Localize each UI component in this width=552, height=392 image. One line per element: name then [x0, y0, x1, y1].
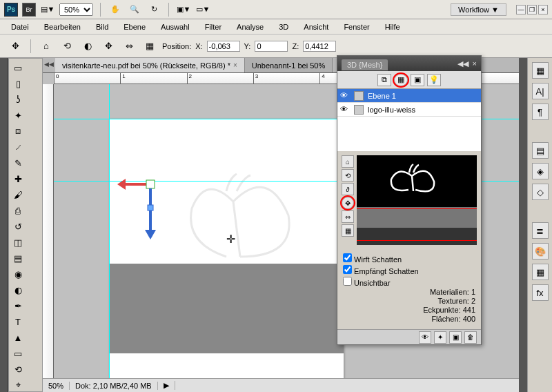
- visibility-icon[interactable]: 👁: [340, 105, 350, 115]
- gradient-tool[interactable]: ▤: [10, 251, 26, 266]
- status-zoom[interactable]: 50%: [43, 382, 70, 390]
- tool-preset-icon[interactable]: ✥: [7, 38, 23, 55]
- zoom-icon[interactable]: 🔍: [127, 2, 142, 17]
- 3d-panel-tab[interactable]: 3D {Mesh}: [342, 59, 388, 70]
- stamp-tool[interactable]: ⎙: [10, 203, 26, 218]
- marquee-tool[interactable]: ▯: [10, 76, 26, 91]
- eraser-tool[interactable]: ◫: [10, 235, 26, 250]
- visibility-icon[interactable]: 👁: [340, 91, 350, 101]
- guide-vertical[interactable]: [109, 84, 110, 378]
- styles-panel-icon[interactable]: fx: [532, 284, 549, 301]
- 3d-layer-row[interactable]: 👁 Ebene 1: [337, 89, 481, 103]
- brush-tool[interactable]: 🖌: [10, 187, 26, 202]
- hand-icon[interactable]: ✋: [108, 2, 123, 17]
- history-panel-icon[interactable]: ≣: [532, 222, 549, 239]
- 3d-axis-gizmo[interactable]: [116, 164, 199, 260]
- color-panel-icon[interactable]: 🎨: [532, 243, 549, 259]
- close-button[interactable]: ×: [538, 5, 548, 14]
- panel-collapse-icon[interactable]: ◀◀: [457, 59, 469, 68]
- document-tab-inactive[interactable]: Unbenannt-1 bei 50%: [245, 58, 333, 72]
- left-dock-collapse[interactable]: [0, 58, 8, 392]
- move-tool[interactable]: ▭: [10, 60, 26, 75]
- 3d-rotate-icon[interactable]: ⟲: [59, 38, 75, 55]
- close-icon[interactable]: ×: [233, 61, 237, 69]
- slice-tool[interactable]: ⟋: [10, 139, 26, 155]
- preview-drag-icon[interactable]: ✥: [342, 197, 354, 209]
- layers-panel-icon[interactable]: ▤: [532, 142, 549, 159]
- pen-tool[interactable]: ✒: [10, 298, 26, 313]
- 3d-camera-tool[interactable]: ⌖: [10, 378, 26, 392]
- heal-tool[interactable]: ✚: [10, 171, 26, 186]
- crop-tool[interactable]: ⧈: [10, 124, 26, 139]
- position-y-input[interactable]: [255, 41, 288, 52]
- tab-scroll-left-icon[interactable]: ◀◀: [44, 61, 54, 68]
- filter-mesh-icon[interactable]: ▦: [394, 74, 408, 86]
- panel-close-icon[interactable]: ×: [473, 59, 477, 68]
- preview-slide-icon[interactable]: ⇔: [342, 210, 354, 223]
- character-panel-icon[interactable]: A|: [532, 83, 549, 99]
- menu-auswahl[interactable]: Auswahl: [154, 21, 197, 33]
- 3d-slide-icon[interactable]: ⇔: [121, 38, 137, 55]
- menu-filter[interactable]: Filter: [198, 21, 228, 33]
- rotate-view-icon[interactable]: ↻: [146, 2, 161, 17]
- screen-mode-icon[interactable]: ▭▼: [195, 2, 210, 17]
- minimize-button[interactable]: —: [516, 5, 526, 14]
- 3d-panel-header[interactable]: 3D {Mesh} ◀◀ ×: [337, 56, 481, 71]
- 3d-roll-icon[interactable]: ◐: [79, 38, 96, 55]
- preview-scale-icon[interactable]: ▦: [342, 224, 354, 237]
- status-docsize[interactable]: Dok: 2,10 MB/2,40 MB: [70, 382, 158, 390]
- filter-material-icon[interactable]: ▣: [411, 74, 424, 86]
- dodge-tool[interactable]: ◐: [10, 282, 26, 297]
- menu-datei[interactable]: Datei: [4, 21, 36, 33]
- arrange-icon[interactable]: ▣▼: [176, 2, 191, 17]
- 3d-drag-icon[interactable]: ✥: [100, 38, 117, 55]
- film-icon[interactable]: ▤▼: [40, 2, 55, 17]
- zoom-select[interactable]: 50%: [59, 3, 93, 16]
- invisible-checkbox[interactable]: Unsichtbar: [343, 277, 475, 287]
- paragraph-panel-icon[interactable]: ¶: [532, 104, 549, 120]
- eyedropper-tool[interactable]: ✎: [10, 155, 26, 170]
- menu-ansicht[interactable]: Ansicht: [297, 21, 335, 33]
- right-dock-collapse[interactable]: [519, 58, 527, 392]
- menu-3d[interactable]: 3D: [272, 21, 295, 33]
- receive-shadow-checkbox[interactable]: Empfängt Schatten: [343, 265, 475, 275]
- menu-bearbeiten[interactable]: Bearbeiten: [37, 21, 88, 33]
- preview-rotate-icon[interactable]: ⟲: [342, 169, 354, 182]
- 3d-panel[interactable]: 3D {Mesh} ◀◀ × ⧉ ▦ ▣ 💡 👁 Ebene 1 👁 logo-…: [337, 55, 482, 345]
- preview-home-icon[interactable]: ⌂: [342, 155, 354, 168]
- status-arrow-icon[interactable]: ▶: [158, 381, 175, 390]
- menu-fenster[interactable]: Fenster: [337, 21, 376, 33]
- menu-bild[interactable]: Bild: [89, 21, 115, 33]
- blur-tool[interactable]: ◉: [10, 266, 26, 282]
- menu-analyse[interactable]: Analyse: [230, 21, 270, 33]
- 3d-layer-row[interactable]: 👁 logo-illu-weiss: [337, 103, 481, 117]
- 3d-scale-icon[interactable]: ▦: [141, 38, 158, 55]
- shape-tool[interactable]: ▭: [10, 346, 26, 361]
- restore-button[interactable]: ❐: [527, 5, 537, 14]
- menu-ebene[interactable]: Ebene: [117, 21, 152, 33]
- position-x-input[interactable]: [207, 41, 240, 52]
- workspace-switcher[interactable]: Workflow ▼: [451, 3, 506, 16]
- 3d-preview[interactable]: [357, 155, 477, 245]
- render-settings-icon[interactable]: 👁: [419, 331, 431, 344]
- preview-roll-icon[interactable]: ∂: [342, 183, 354, 195]
- document-tab-active[interactable]: visitenkarte-neu.pdf bei 50% (Rückseite,…: [55, 58, 245, 72]
- type-tool[interactable]: T: [10, 314, 26, 329]
- cast-shadow-checkbox[interactable]: Wirft Schatten: [343, 253, 475, 264]
- position-z-input[interactable]: [303, 41, 336, 52]
- history-brush-tool[interactable]: ↺: [10, 219, 26, 234]
- filter-scene-icon[interactable]: ⧉: [377, 74, 391, 86]
- filter-light-icon[interactable]: 💡: [427, 74, 441, 86]
- paths-panel-icon[interactable]: ◇: [532, 184, 549, 200]
- 3d-rotate-tool[interactable]: ⟲: [10, 362, 26, 377]
- lasso-tool[interactable]: ʖ: [10, 92, 26, 107]
- path-select-tool[interactable]: ▲: [10, 330, 26, 345]
- menu-hilfe[interactable]: Hilfe: [378, 21, 407, 33]
- 3d-home-icon[interactable]: ⌂: [38, 38, 55, 55]
- light-toggle-icon[interactable]: ✦: [434, 331, 446, 344]
- trash-icon[interactable]: 🗑: [464, 331, 477, 344]
- bridge-logo-icon[interactable]: Br: [22, 3, 36, 17]
- navigator-panel-icon[interactable]: ▦: [532, 62, 549, 79]
- swatches-panel-icon[interactable]: ▦: [532, 264, 549, 280]
- wand-tool[interactable]: ✦: [10, 108, 26, 123]
